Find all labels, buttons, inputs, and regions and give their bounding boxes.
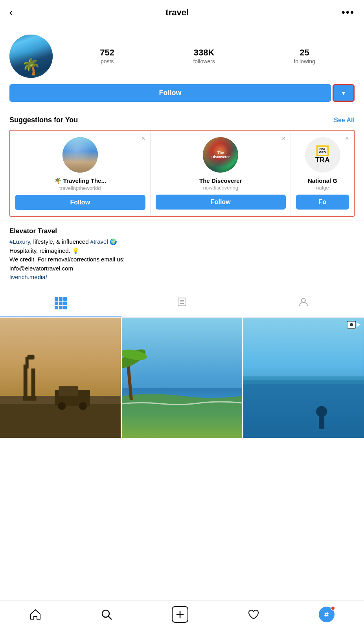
avatar[interactable] bbox=[9, 35, 53, 78]
hashtag-luxury[interactable]: #Luxury bbox=[9, 238, 30, 245]
profile-header: 752 posts 338K followers 25 following bbox=[9, 35, 355, 78]
more-options-button[interactable]: ••• bbox=[342, 6, 355, 18]
search-icon bbox=[101, 609, 112, 620]
svg-rect-23 bbox=[243, 380, 364, 438]
suggestion-name-3: National G bbox=[296, 177, 349, 184]
photo-cell-1[interactable] bbox=[0, 318, 121, 438]
svg-rect-12 bbox=[24, 364, 28, 400]
svg-rect-26 bbox=[319, 417, 324, 429]
suggestions-cards-wrapper: × 🌴 Traveling The... travelingtheworldd … bbox=[9, 130, 355, 217]
followers-stat[interactable]: 338K followers bbox=[193, 48, 215, 65]
bio-line1-mid: , lifestyle, & influenced bbox=[30, 238, 90, 245]
bio-line2: Hospitality, reimagined. 💡 bbox=[9, 247, 79, 254]
bio-display-name: Elevator Travel bbox=[9, 227, 355, 235]
photo-cell-3[interactable] bbox=[243, 318, 364, 438]
bio-line1-emoji: 🌍 bbox=[108, 238, 117, 245]
bio-link[interactable]: liverich.media/ bbox=[9, 274, 47, 280]
video-badge bbox=[347, 321, 361, 331]
follow-row: Follow ▼ bbox=[9, 84, 355, 102]
bottom-nav: # bbox=[0, 600, 364, 629]
svg-rect-13 bbox=[31, 368, 35, 400]
home-icon bbox=[29, 609, 41, 620]
posts-label: posts bbox=[101, 58, 114, 64]
suggestions-header: Suggestions for You See All bbox=[9, 116, 355, 124]
following-label: following bbox=[294, 58, 315, 64]
stats-area: 752 posts 338K followers 25 following bbox=[61, 48, 355, 65]
list-icon bbox=[176, 296, 188, 310]
close-icon-3[interactable]: × bbox=[345, 135, 349, 142]
suggestions-title: Suggestions for You bbox=[9, 116, 78, 124]
svg-point-29 bbox=[350, 323, 353, 326]
close-icon-1[interactable]: × bbox=[141, 135, 145, 142]
bio-text: #Luxury, lifestyle, & influenced #travel… bbox=[9, 237, 355, 282]
top-nav: ‹ travel ••• bbox=[0, 0, 364, 25]
suggestion-handle-1: travelingtheworldd bbox=[15, 185, 145, 191]
suggestion-follow-button-2[interactable]: Follow bbox=[156, 195, 286, 210]
photo-grid bbox=[0, 318, 364, 438]
tab-tagged[interactable] bbox=[243, 290, 364, 317]
followers-count: 338K bbox=[193, 48, 215, 58]
notification-dot bbox=[331, 606, 335, 611]
suggestion-card-2: × TheDiscoverer The Discoverer nowdiscov… bbox=[151, 131, 291, 216]
following-stat[interactable]: 25 following bbox=[294, 48, 315, 65]
add-icon bbox=[172, 606, 188, 623]
suggestion-avatar-3: NATGEO TRA bbox=[305, 137, 340, 173]
posts-count: 752 bbox=[100, 48, 114, 58]
heart-icon bbox=[248, 609, 259, 620]
follow-dropdown-button[interactable]: ▼ bbox=[333, 84, 355, 102]
suggestion-name-1: 🌴 Traveling The... bbox=[15, 177, 145, 184]
suggestions-cards: × 🌴 Traveling The... travelingtheworldd … bbox=[10, 131, 354, 216]
suggestion-avatar-1 bbox=[63, 137, 98, 173]
nav-search[interactable] bbox=[101, 609, 112, 620]
tab-list[interactable] bbox=[121, 290, 243, 317]
posts-stat[interactable]: 752 posts bbox=[100, 48, 114, 65]
svg-line-32 bbox=[108, 616, 111, 619]
bio-line3: We credit. For removal/corrections email… bbox=[9, 256, 125, 263]
followers-label: followers bbox=[193, 58, 215, 64]
profile-icon: # bbox=[319, 607, 335, 622]
tabs-row bbox=[0, 290, 364, 318]
suggestion-follow-button-3[interactable]: Fo bbox=[296, 195, 349, 210]
nav-heart[interactable] bbox=[248, 609, 259, 620]
page-title: travel bbox=[165, 7, 189, 18]
natgeo-logo: NATGEO TRA bbox=[315, 137, 330, 173]
svg-rect-14 bbox=[23, 396, 37, 401]
suggestion-handle-3: natge bbox=[296, 185, 349, 191]
discoverer-logo-text: TheDiscoverer bbox=[211, 151, 230, 159]
nav-add[interactable] bbox=[172, 606, 188, 623]
svg-marker-30 bbox=[357, 322, 360, 327]
profile-section: 752 posts 338K followers 25 following Fo… bbox=[0, 25, 364, 108]
photo-3-image bbox=[243, 318, 364, 438]
photo-2-image bbox=[122, 318, 243, 438]
nav-home[interactable] bbox=[29, 609, 41, 620]
avatar-image bbox=[9, 35, 53, 78]
back-button[interactable]: ‹ bbox=[9, 6, 13, 18]
svg-point-4 bbox=[301, 298, 305, 302]
suggestion-avatar-2: TheDiscoverer bbox=[203, 137, 238, 173]
svg-rect-9 bbox=[59, 386, 78, 396]
hashtag-travel[interactable]: #travel bbox=[90, 238, 108, 245]
svg-rect-24 bbox=[243, 376, 364, 384]
close-icon-2[interactable]: × bbox=[281, 135, 286, 142]
svg-point-10 bbox=[58, 402, 66, 410]
see-all-button[interactable]: See All bbox=[334, 117, 355, 124]
bio-section: Elevator Travel #Luxury, lifestyle, & in… bbox=[0, 221, 364, 290]
svg-point-11 bbox=[79, 402, 87, 410]
suggestion-card-1: × 🌴 Traveling The... travelingtheworldd … bbox=[10, 131, 151, 216]
follow-button[interactable]: Follow bbox=[9, 84, 331, 102]
chevron-down-icon: ▼ bbox=[341, 90, 346, 96]
photo-cell-2[interactable] bbox=[122, 318, 243, 438]
tab-grid[interactable] bbox=[0, 290, 121, 317]
suggestion-follow-button-1[interactable]: Follow bbox=[15, 195, 145, 210]
suggestions-section: Suggestions for You See All × 🌴 Travelin… bbox=[0, 108, 364, 221]
nav-profile[interactable]: # bbox=[319, 607, 335, 622]
suggestion-name-2: The Discoverer bbox=[156, 177, 286, 184]
bio-line4: info@elevatortravel.com bbox=[9, 265, 73, 272]
following-count: 25 bbox=[294, 48, 315, 58]
grid-icon bbox=[55, 297, 67, 309]
person-tag-icon bbox=[298, 296, 309, 310]
svg-point-25 bbox=[316, 406, 327, 417]
photo-1-image bbox=[0, 318, 121, 438]
suggestion-handle-2: nowdiscovering bbox=[156, 185, 286, 191]
svg-rect-16 bbox=[28, 355, 35, 359]
